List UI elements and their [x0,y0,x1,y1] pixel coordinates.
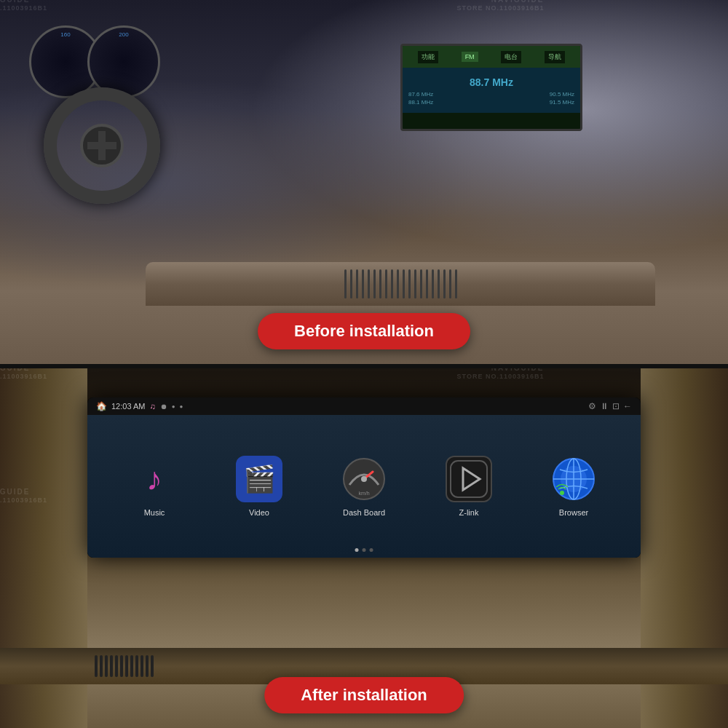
vent-6 [373,269,376,298]
status-dot-2: ● [180,403,183,410]
freq-row-2: 88.1 MHz 91.5 MHz [408,99,574,106]
pause-icon[interactable]: ⏸ [600,401,609,411]
settings-icon[interactable]: ⚙ [588,401,596,411]
svg-point-12 [560,491,564,495]
app-item-music[interactable]: ♪ Music [131,456,178,517]
after-vent-11 [146,655,149,677]
freq-left-1: 87.6 MHz [408,91,433,98]
music-status-icon: ♫ [149,402,155,411]
after-vent-5 [115,655,118,677]
music-app-icon: ♪ [131,456,178,502]
after-vent-12 [151,655,154,677]
dash-vent-trim [146,262,655,306]
after-vent-10 [141,655,143,677]
app-item-video[interactable]: 🎬 Video [236,456,282,517]
svg-text:km/h: km/h [358,491,369,496]
after-vent-9 [135,655,138,677]
before-car-interior: NAVIGUIDESTORE NO.11003916B1 NAVIGUIDEST… [0,0,728,364]
record-icon: ⏺ [160,403,167,411]
after-vent-6 [120,655,123,677]
radio-tab-nav: 导航 [545,51,565,63]
watermark-tl: NAVIGUIDESTORE NO.11003916B1 [0,0,47,12]
before-label-badge: Before installation [258,313,470,349]
vent-17 [438,269,440,298]
steering-wheel [44,87,160,204]
vent-1 [344,269,347,298]
vent-5 [368,269,370,298]
home-icon: 🏠 [96,401,107,411]
vent-4 [362,269,364,298]
freq-right-2: 91.5 MHz [550,99,574,106]
dashboard-app-label: Dash Board [343,508,385,517]
rpm-text: 200 [90,31,158,38]
radio-tab-bar: 功能 FM 电台 导航 [403,46,580,68]
svg-point-2 [361,476,367,482]
video-app-label: Video [249,508,269,517]
sw-spoke-vertical [98,131,106,160]
vent-7 [379,269,381,298]
music-app-label: Music [144,508,165,517]
vent-13 [414,269,416,298]
vent-10 [397,269,399,298]
radio-tab-func: 功能 [418,51,438,63]
back-icon[interactable]: ← [623,401,632,411]
after-section: NAVIGUIDESTORE NO.11003916B1 NAVIGUIDEST… [0,368,728,728]
status-right-area: ⚙ ⏸ ⊡ ← [588,401,632,411]
after-vent-3 [105,655,108,677]
vent-16 [432,269,434,298]
after-vent-2 [100,655,103,677]
app-item-dashboard[interactable]: km/h Dash Board [341,456,387,517]
svg-rect-4 [447,457,491,501]
browser-icon-svg [551,456,596,502]
vent-8 [385,269,387,298]
after-vent-1 [95,655,98,677]
watermark-after-tr: NAVIGUIDESTORE NO.11003916B1 [184,368,545,380]
vent-14 [420,269,422,298]
app-item-zlink[interactable]: Z-link [446,456,492,517]
vent-3 [356,269,358,298]
dot-3 [370,548,373,552]
zlink-app-label: Z-link [459,508,479,517]
watermark-tr: NAVIGUIDESTORE NO.11003916B1 [184,0,545,12]
vent-18 [443,269,446,298]
status-time: 12:03 AM [111,402,145,411]
dot-2 [363,548,366,552]
browser-app-icon [550,456,597,502]
zlink-icon-svg [447,457,491,501]
vent-20 [455,269,457,298]
status-dot-1: ● [172,403,175,410]
radio-main-display: 88.7 MHz 87.6 MHz 90.5 MHz 88.1 MHz 91.5… [403,68,580,113]
app-item-browser[interactable]: Browser [550,456,597,517]
freq-row-1: 87.6 MHz 90.5 MHz [408,91,574,98]
vent-11 [403,269,405,298]
android-app-grid: ♪ Music 🎬 Video [87,415,641,558]
zlink-app-icon [446,456,492,502]
browser-app-label: Browser [559,508,588,517]
video-app-icon: 🎬 [236,456,282,502]
freq-left-2: 88.1 MHz [408,99,433,106]
radio-tab-fm: FM [462,52,478,62]
freq-right-1: 90.5 MHz [550,91,574,98]
dashboard-app-icon: km/h [341,456,387,502]
vent-19 [449,269,451,298]
after-vent-7 [125,655,128,677]
android-status-bar: 🏠 12:03 AM ♫ ⏺ ● ● ⚙ ⏸ ⊡ ← [87,397,641,415]
after-car-interior: NAVIGUIDESTORE NO.11003916B1 NAVIGUIDEST… [0,368,728,728]
before-section: NAVIGUIDESTORE NO.11003916B1 NAVIGUIDEST… [0,0,728,364]
original-radio-screen: 功能 FM 电台 导航 88.7 MHz 87.6 MHz 90.5 MHz 8… [400,44,582,131]
dot-1 [355,548,359,552]
dashboard-icon-svg: km/h [342,457,386,501]
window-icon[interactable]: ⊡ [612,401,620,411]
after-vent-8 [130,655,133,677]
android-head-unit[interactable]: 🏠 12:03 AM ♫ ⏺ ● ● ⚙ ⏸ ⊡ ← [87,397,641,558]
after-label-badge: After installation [264,677,464,713]
pagination-dots [355,548,373,552]
vent-9 [391,269,393,298]
main-container: NAVIGUIDESTORE NO.11003916B1 NAVIGUIDEST… [0,0,728,728]
after-vent-4 [110,655,113,677]
vent-2 [350,269,352,298]
status-left-area: 🏠 12:03 AM ♫ ⏺ ● ● [96,401,183,411]
radio-tab-station: 电台 [501,51,521,63]
vent-12 [408,269,411,298]
main-frequency: 88.7 MHz [408,76,574,88]
